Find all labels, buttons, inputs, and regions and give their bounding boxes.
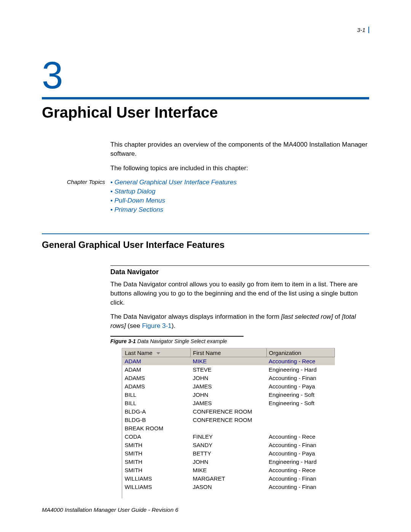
table-cell: Engineering - Hard	[266, 365, 335, 374]
table-cell: Engineering - Soft	[266, 399, 335, 407]
table-cell: SMITH	[123, 457, 191, 466]
col-header-organization[interactable]: Organization	[266, 348, 335, 357]
table-cell: CODA	[123, 432, 191, 441]
table-row[interactable]: BLDG-BCONFERENCE ROOM	[123, 415, 335, 424]
table-cell: Accounting - Finan	[266, 482, 335, 491]
table-cell: Accounting - Rece	[266, 357, 335, 365]
col-header-lastname[interactable]: Last Name	[123, 348, 191, 357]
table-cell: Accounting - Finan	[266, 441, 335, 449]
table-cell: Accounting - Paya	[266, 449, 335, 457]
table-row[interactable]: SMITHJOHNEngineering - Hard	[123, 457, 335, 466]
table-cell: MIKE	[191, 357, 267, 365]
table-cell: Accounting - Rece	[266, 432, 335, 441]
table-row[interactable]: BREAK ROOM	[123, 424, 335, 432]
table-cell: JASON	[191, 482, 267, 491]
subsection-heading: Data Navigator	[110, 268, 369, 276]
table-cell: CONFERENCE ROOM	[191, 415, 267, 424]
table-row[interactable]: SMITHMIKEAccounting - Rece	[123, 466, 335, 474]
table-cell: Accounting - Paya	[266, 382, 335, 390]
subsection-rule	[110, 265, 369, 266]
table-cell	[266, 407, 335, 415]
table-cell: ADAMS	[123, 374, 191, 382]
table-cell: MARGARET	[191, 474, 267, 482]
data-navigator-table[interactable]: Last Name First Name Organization ADAMMI…	[122, 348, 335, 498]
table-cell	[266, 415, 335, 424]
table-cell: SMITH	[123, 466, 191, 474]
table-row[interactable]: ADAMSTEVEEngineering - Hard	[123, 365, 335, 374]
table-cell: Engineering - Hard	[266, 457, 335, 466]
table-cell: FINLEY	[191, 432, 267, 441]
table-cell: BILL	[123, 399, 191, 407]
table-cell: MIKE	[191, 466, 267, 474]
chapter-topics-label: Chapter Topics	[42, 178, 110, 214]
table-cell: BLDG-B	[123, 415, 191, 424]
table-row[interactable]: WILLIAMSJASONAccounting - Finan	[123, 482, 335, 491]
figure-link[interactable]: Figure 3-1	[142, 322, 171, 329]
table-row[interactable]: WILLIAMSMARGARETAccounting - Finan	[123, 474, 335, 482]
table-cell: JOHN	[191, 457, 267, 466]
col-header-firstname[interactable]: First Name	[191, 348, 267, 357]
table-row[interactable]: BLDG-ACONFERENCE ROOM	[123, 407, 335, 415]
topic-link[interactable]: Pull-Down Menus	[110, 196, 237, 205]
table-cell: JOHN	[191, 374, 267, 382]
table-cell: SMITH	[123, 441, 191, 449]
footer-text: MA4000 Installation Manager User Guide -…	[42, 506, 369, 513]
chapter-topics-list: General Graphical User Interface Feature…	[110, 178, 237, 214]
topic-link[interactable]: General Graphical User Interface Feature…	[110, 178, 237, 187]
sort-descending-icon	[156, 352, 160, 355]
table-cell	[266, 424, 335, 432]
table-header-row[interactable]: Last Name First Name Organization	[123, 348, 335, 357]
body-paragraph-2: The Data Navigator always displays infor…	[110, 312, 369, 331]
chapter-title: Graphical User Interface	[42, 104, 369, 121]
topic-link[interactable]: Primary Sections	[110, 205, 237, 214]
table-cell: ADAM	[123, 365, 191, 374]
table-row[interactable]: ADAMSJAMESAccounting - Paya	[123, 382, 335, 390]
chapter-number: 3	[42, 56, 369, 94]
table-cell: JOHN	[191, 390, 267, 399]
table-cell: JAMES	[191, 399, 267, 407]
table-cell: SMITH	[123, 449, 191, 457]
table-cell: BREAK ROOM	[123, 424, 191, 432]
table-row[interactable]: ADAMMIKEAccounting - Rece	[123, 357, 335, 365]
figure-rule	[110, 336, 244, 337]
table-cell	[191, 424, 267, 432]
section-heading: General Graphical User Interface Feature…	[42, 240, 369, 250]
table-cell: ADAMS	[123, 382, 191, 390]
table-cell: ADAM	[123, 357, 191, 365]
chapter-rule	[42, 97, 369, 99]
table-row[interactable]: CODAFINLEYAccounting - Rece	[123, 432, 335, 441]
section-rule	[42, 233, 369, 234]
intro-paragraph-2: The following topics are included in thi…	[110, 164, 369, 173]
table-cell: WILLIAMS	[123, 482, 191, 491]
table-cell: STEVE	[191, 365, 267, 374]
table-cell: SANDY	[191, 441, 267, 449]
table-cell: BLDG-A	[123, 407, 191, 415]
table-cell: BETTY	[191, 449, 267, 457]
table-row[interactable]: BILLJOHNEngineering - Soft	[123, 390, 335, 399]
figure-caption: Figure 3-1 Data Navigator Single Select …	[110, 338, 369, 344]
body-paragraph-1: The Data Navigator control allows you to…	[110, 280, 369, 307]
table-row[interactable]: SMITHSANDYAccounting - Finan	[123, 441, 335, 449]
table-row[interactable]: BILLJAMESEngineering - Soft	[123, 399, 335, 407]
table-cell: Accounting - Rece	[266, 466, 335, 474]
table-cell: Accounting - Finan	[266, 474, 335, 482]
table-row[interactable]: SMITHBETTYAccounting - Paya	[123, 449, 335, 457]
topic-link[interactable]: Startup Dialog	[110, 187, 237, 196]
table-cell: Engineering - Soft	[266, 390, 335, 399]
table-row[interactable]: ADAMSJOHNAccounting - Finan	[123, 374, 335, 382]
page-number-top: 3-1	[42, 27, 369, 33]
table-cell: Accounting - Finan	[266, 374, 335, 382]
table-cell: BILL	[123, 390, 191, 399]
intro-paragraph-1: This chapter provides an overview of the…	[110, 140, 369, 158]
table-cell: WILLIAMS	[123, 474, 191, 482]
table-cell: JAMES	[191, 382, 267, 390]
table-cell: CONFERENCE ROOM	[191, 407, 267, 415]
